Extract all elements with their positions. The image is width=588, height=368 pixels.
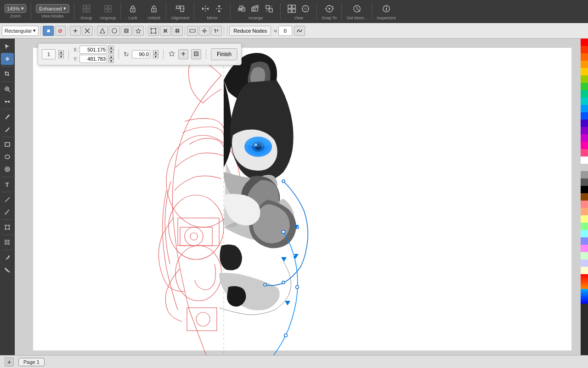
palette-color-pink[interactable] bbox=[581, 149, 588, 156]
palette-color-magenta[interactable] bbox=[581, 142, 588, 149]
finish-button[interactable]: Finish bbox=[211, 48, 237, 60]
shape-type-dropdown[interactable]: Rectangular ▾ bbox=[2, 26, 39, 36]
x-spinner[interactable]: ▲ ▼ bbox=[108, 46, 114, 54]
rot-down[interactable]: ▼ bbox=[153, 54, 158, 58]
palette-color-teal[interactable] bbox=[581, 90, 588, 98]
arrange-btn3[interactable] bbox=[263, 3, 276, 15]
palette-color-lime[interactable] bbox=[581, 75, 588, 83]
palette-color-light-blue[interactable] bbox=[581, 237, 588, 245]
paint-brush-tool[interactable] bbox=[1, 206, 14, 218]
palette-color-gradient-1[interactable] bbox=[581, 274, 588, 289]
y-up[interactable]: ▲ bbox=[108, 55, 114, 59]
palette-color-orange-red[interactable] bbox=[581, 46, 588, 53]
arrange-btn1[interactable] bbox=[235, 3, 248, 15]
unlock-button[interactable] bbox=[147, 3, 160, 15]
counter-up[interactable]: ▲ bbox=[58, 50, 64, 54]
palette-color-light-yellow[interactable] bbox=[581, 215, 588, 223]
rot-up[interactable]: ▲ bbox=[153, 50, 158, 54]
view-tool[interactable] bbox=[1, 96, 14, 108]
get-more-button[interactable] bbox=[351, 3, 363, 15]
page-1-tab[interactable]: Page 1 bbox=[18, 358, 45, 366]
path-action-2[interactable] bbox=[191, 49, 201, 59]
view-btn1[interactable] bbox=[285, 3, 298, 15]
ring-tool[interactable] bbox=[1, 163, 14, 175]
palette-color-light-orange[interactable] bbox=[581, 208, 588, 215]
palette-color-blue[interactable] bbox=[581, 112, 588, 120]
node-tool[interactable] bbox=[1, 53, 14, 65]
transform-tool-2[interactable] bbox=[160, 26, 171, 36]
x-input[interactable] bbox=[79, 46, 107, 54]
palette-color-light-green[interactable] bbox=[581, 223, 588, 230]
palette-color-pale-green[interactable] bbox=[581, 252, 588, 259]
line-tool[interactable] bbox=[1, 194, 14, 206]
crop-tool[interactable] bbox=[1, 68, 14, 80]
palette-color-orange[interactable] bbox=[581, 53, 588, 61]
palette-color-cyan[interactable] bbox=[581, 98, 588, 105]
x-down[interactable]: ▼ bbox=[108, 50, 114, 54]
palette-color-yellow[interactable] bbox=[581, 68, 588, 75]
view-mode-dropdown[interactable]: Enhanced ▾ bbox=[36, 4, 69, 13]
snap-button[interactable] bbox=[323, 3, 336, 15]
palette-color-dark-gray[interactable] bbox=[581, 178, 588, 186]
palette-color-white[interactable] bbox=[581, 156, 588, 164]
transform-tool[interactable] bbox=[1, 221, 14, 233]
lock-button[interactable] bbox=[126, 3, 139, 15]
y-down[interactable]: ▼ bbox=[108, 59, 114, 63]
group-button[interactable] bbox=[80, 3, 93, 15]
fill-color-btn[interactable]: ■ bbox=[43, 26, 54, 36]
mirror-v-button[interactable] bbox=[213, 3, 226, 15]
x-up[interactable]: ▲ bbox=[108, 46, 114, 50]
add-page-button[interactable]: + bbox=[5, 357, 14, 367]
misc-btn1[interactable] bbox=[187, 26, 198, 36]
palette-color-indigo[interactable] bbox=[581, 120, 588, 127]
pen-tool[interactable] bbox=[1, 111, 14, 123]
fill-tool[interactable] bbox=[1, 264, 14, 276]
misc-btn3[interactable] bbox=[211, 26, 222, 36]
shape-tool-1[interactable] bbox=[97, 26, 108, 36]
transform-tool-1[interactable] bbox=[148, 26, 159, 36]
pointer-tool[interactable] bbox=[1, 40, 14, 52]
palette-color-pale-yellow[interactable] bbox=[581, 267, 588, 274]
palette-color-gradient-2[interactable] bbox=[581, 289, 588, 304]
ellipse-tool[interactable] bbox=[1, 151, 14, 163]
palette-color-light-gray[interactable] bbox=[581, 164, 588, 171]
misc-btn2[interactable] bbox=[199, 26, 210, 36]
palette-color-light-pink[interactable] bbox=[581, 245, 588, 252]
alignment-button[interactable] bbox=[174, 3, 187, 15]
smooth-btn[interactable] bbox=[294, 26, 305, 36]
zoom-tool[interactable] bbox=[1, 83, 14, 95]
rect-tool[interactable] bbox=[1, 138, 14, 150]
pixel-tool[interactable] bbox=[1, 236, 14, 248]
palette-color-light-red[interactable] bbox=[581, 201, 588, 208]
palette-color-pale-blue[interactable] bbox=[581, 259, 588, 267]
zoom-dropdown[interactable]: 145% ▾ bbox=[5, 4, 26, 13]
rotation-spinner[interactable]: ▲ ▼ bbox=[153, 50, 158, 58]
shape-tool-4[interactable] bbox=[133, 26, 144, 36]
mode-btn1[interactable] bbox=[70, 26, 81, 36]
text-tool[interactable]: T bbox=[1, 178, 14, 190]
y-input[interactable] bbox=[79, 55, 107, 63]
palette-color-gray[interactable] bbox=[581, 171, 588, 178]
palette-color-green[interactable] bbox=[581, 83, 588, 90]
palette-color-light-cyan[interactable] bbox=[581, 230, 588, 237]
palette-color-violet[interactable] bbox=[581, 127, 588, 134]
canvas-area[interactable]: 1 ▲ ▼ X: ▲ ▼ Y: bbox=[15, 39, 581, 355]
palette-color-sky[interactable] bbox=[581, 105, 588, 112]
pencil-tool[interactable] bbox=[1, 123, 14, 135]
view-btn2[interactable] bbox=[299, 3, 312, 15]
palette-color-brown[interactable] bbox=[581, 193, 588, 201]
palette-color-purple[interactable] bbox=[581, 134, 588, 142]
eyedropper-tool[interactable] bbox=[1, 252, 14, 264]
counter-down[interactable]: ▼ bbox=[58, 54, 64, 58]
shape-tool-3[interactable] bbox=[121, 26, 132, 36]
transform-tool-3[interactable] bbox=[172, 26, 183, 36]
shape-tool-2[interactable] bbox=[109, 26, 120, 36]
palette-color-red[interactable] bbox=[581, 39, 588, 46]
path-action-1[interactable] bbox=[178, 49, 188, 59]
mirror-h-button[interactable] bbox=[199, 3, 212, 15]
no-fill-btn[interactable]: ⊘ bbox=[55, 26, 66, 36]
arrange-btn2[interactable] bbox=[249, 3, 262, 15]
y-spinner[interactable]: ▲ ▼ bbox=[108, 55, 114, 63]
mode-btn2[interactable] bbox=[82, 26, 93, 36]
reduce-nodes-button[interactable]: Reduce Nodes bbox=[229, 26, 271, 36]
